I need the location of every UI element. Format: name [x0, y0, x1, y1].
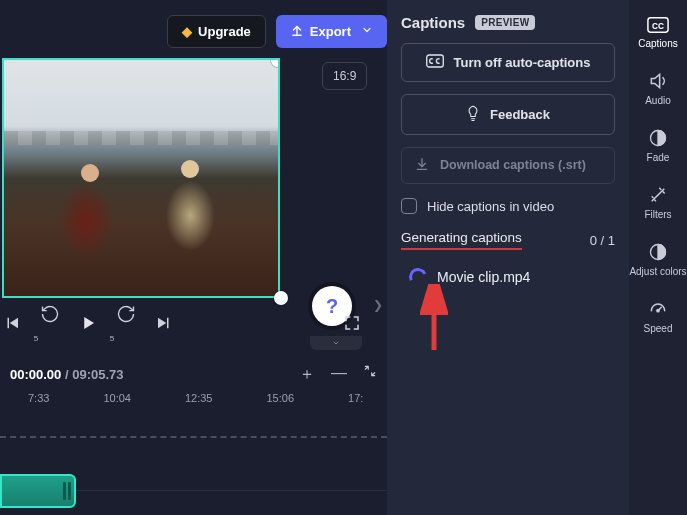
fit-timeline-button[interactable]	[363, 364, 377, 385]
ruler-mark: 12:35	[185, 392, 213, 418]
timecode-bar: 00:00.00 / 09:05.73 ＋ ―	[0, 358, 387, 390]
toggle-auto-captions-label: Turn off auto-captions	[454, 55, 591, 70]
timeline-row-divider	[76, 490, 387, 491]
aspect-ratio-pill[interactable]: 16:9	[322, 62, 367, 90]
zoom-in-button[interactable]: ＋	[299, 364, 315, 385]
generating-captions-label: Generating captions	[401, 230, 522, 250]
generating-counter: 0 / 1	[590, 233, 615, 248]
rail-item-speed[interactable]: Speed	[644, 299, 673, 334]
timecode: 00:00.00 / 09:05.73	[10, 367, 124, 382]
svg-text:CC: CC	[652, 22, 664, 31]
rail-item-fade[interactable]: Fade	[647, 128, 670, 163]
rail-item-adjust-colors[interactable]: Adjust colors	[629, 242, 686, 277]
captions-panel: Captions PREVIEW Turn off auto-captions …	[387, 0, 629, 515]
feedback-label: Feedback	[490, 107, 550, 122]
export-button[interactable]: Export	[276, 15, 387, 48]
rail-label: Filters	[644, 209, 671, 220]
svg-point-6	[657, 310, 659, 312]
rail-item-captions[interactable]: CC Captions	[638, 16, 677, 49]
panel-title: Captions	[401, 14, 465, 31]
upgrade-button[interactable]: ◆ Upgrade	[167, 15, 266, 48]
rail-item-audio[interactable]: Audio	[645, 71, 671, 106]
download-icon	[414, 156, 430, 175]
preview-badge: PREVIEW	[475, 15, 535, 30]
download-captions-label: Download captions (.srt)	[440, 158, 586, 172]
chevron-down-icon	[361, 24, 373, 39]
hide-captions-label: Hide captions in video	[427, 199, 554, 214]
rail-label: Fade	[647, 152, 670, 163]
spinner-icon	[406, 265, 429, 288]
rail-label: Speed	[644, 323, 673, 334]
video-preview[interactable]	[2, 58, 280, 298]
diamond-icon: ◆	[182, 24, 192, 39]
timeline-clip[interactable]	[0, 474, 76, 508]
forward-5-button[interactable]: 5	[116, 304, 136, 346]
hide-captions-checkbox[interactable]	[401, 198, 417, 214]
clip-trim-handle[interactable]	[63, 482, 66, 500]
skip-end-button[interactable]	[154, 314, 174, 336]
timeline-track-empty[interactable]	[0, 436, 387, 438]
upload-icon	[290, 23, 304, 40]
right-rail: CC Captions Audio Fade Filters Adjust co…	[629, 0, 687, 515]
timecode-duration: 09:05.73	[72, 367, 123, 382]
upgrade-label: Upgrade	[198, 24, 251, 39]
ruler-mark: 17:	[348, 392, 363, 418]
collapse-preview-tab[interactable]	[310, 336, 362, 350]
rewind-5-button[interactable]: 5	[40, 304, 60, 346]
ruler-mark: 10:04	[103, 392, 131, 418]
hide-captions-row[interactable]: Hide captions in video	[401, 198, 615, 214]
clip-trim-handle[interactable]	[68, 482, 71, 500]
fullscreen-button[interactable]	[342, 314, 362, 336]
cc-icon	[426, 54, 444, 71]
ruler-mark: 7:33	[28, 392, 49, 418]
lightbulb-icon	[466, 105, 480, 124]
rail-label: Audio	[645, 95, 671, 106]
timeline-ruler[interactable]: 7:33 10:04 12:35 15:06 17:	[0, 392, 387, 418]
generating-file-name: Movie clip.mp4	[437, 269, 530, 285]
zoom-out-button[interactable]: ―	[331, 364, 347, 385]
feedback-button[interactable]: Feedback	[401, 94, 615, 135]
skip-start-button[interactable]	[2, 314, 22, 336]
timecode-current: 00:00.00	[10, 367, 61, 382]
generating-file-row: Movie clip.mp4	[409, 268, 615, 286]
rail-label: Captions	[638, 38, 677, 49]
preview-thumbnail	[4, 60, 278, 296]
ruler-mark: 15:06	[266, 392, 294, 418]
toggle-auto-captions-button[interactable]: Turn off auto-captions	[401, 43, 615, 82]
rail-item-filters[interactable]: Filters	[644, 185, 671, 220]
export-label: Export	[310, 24, 351, 39]
play-button[interactable]	[78, 314, 98, 336]
download-captions-button: Download captions (.srt)	[401, 147, 615, 184]
rail-label: Adjust colors	[629, 266, 686, 277]
resize-handle-br[interactable]	[274, 291, 288, 305]
